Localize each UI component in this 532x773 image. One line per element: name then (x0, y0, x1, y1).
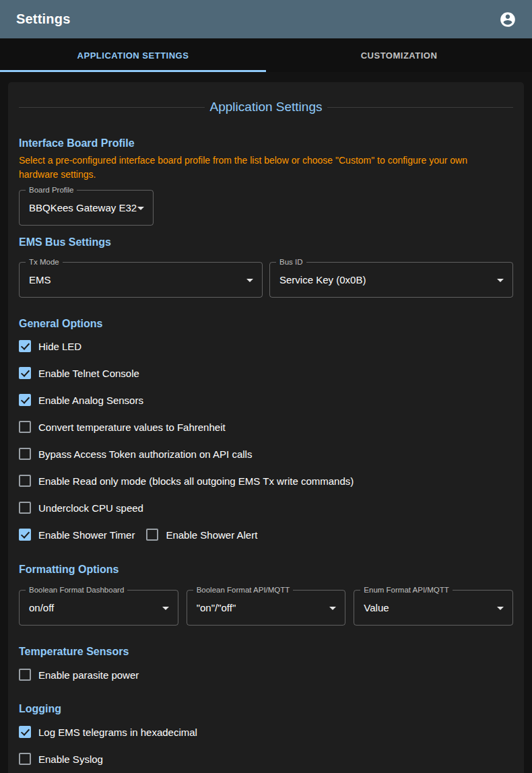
board-profile-field: Board Profile BBQKees Gateway E32 (19, 190, 513, 226)
section-logging-title: Logging (19, 702, 513, 716)
checkbox-label: Enable Shower Alert (166, 529, 257, 541)
logging-options-list: Log EMS telegrams in hexadecimal Enable … (19, 718, 513, 772)
account-button[interactable] (494, 6, 521, 33)
tx-mode-select-label: Tx Mode (26, 257, 63, 267)
shower-options-row: Enable Shower Timer Enable Shower Alert (19, 521, 513, 548)
chevron-down-icon (497, 607, 504, 610)
app-bar-title: Settings (16, 11, 71, 27)
tx-mode-select[interactable]: Tx Mode EMS (19, 262, 263, 298)
checkbox-label: Enable Shower Timer (38, 529, 135, 541)
boolean-format-api-value: "on"/"off" (187, 591, 345, 625)
checkbox-box (19, 753, 31, 765)
section-formatting-title: Formatting Options (19, 562, 513, 577)
checkbox-label: Convert temperature values to Fahrenheit (38, 422, 226, 433)
tab-application-settings[interactable]: APPLICATION SETTINGS (0, 38, 266, 72)
checkbox-box (19, 367, 31, 379)
checkbox-enable-analog-sensors[interactable]: Enable Analog Sensors (19, 386, 513, 413)
checkbox-label: Enable Read only mode (blocks all outgoi… (38, 475, 354, 487)
enum-format-api-label: Enum Format API/MQTT (360, 585, 453, 595)
checkbox-label: Enable parasite power (38, 669, 139, 681)
chevron-down-icon (497, 279, 504, 282)
app-bar: Settings (0, 0, 532, 38)
tx-mode-select-value: EMS (20, 263, 262, 297)
general-options-list: Hide LED Enable Telnet Console Enable An… (19, 333, 513, 548)
divider-line (19, 107, 205, 108)
tab-bar: APPLICATION SETTINGS CUSTOMIZATION (0, 38, 532, 72)
settings-card: Application Settings Interface Board Pro… (8, 82, 524, 773)
divider-line (327, 107, 513, 108)
checkbox-box (19, 502, 31, 514)
checkbox-label: Bypass Access Token authorization on API… (38, 448, 252, 460)
board-profile-select-label: Board Profile (26, 185, 77, 195)
checkbox-label: Enable Analog Sensors (38, 395, 143, 406)
checkbox-box (19, 448, 31, 460)
tab-application-settings-label: APPLICATION SETTINGS (77, 51, 189, 61)
checkbox-read-only-mode[interactable]: Enable Read only mode (blocks all outgoi… (19, 467, 513, 494)
checkbox-enable-shower-alert[interactable]: Enable Shower Alert (146, 529, 257, 541)
checkbox-bypass-access-token[interactable]: Bypass Access Token authorization on API… (19, 440, 513, 467)
card-heading: Application Settings (19, 98, 513, 116)
checkbox-convert-fahrenheit[interactable]: Convert temperature values to Fahrenheit (19, 413, 513, 440)
board-profile-select[interactable]: Board Profile BBQKees Gateway E32 (19, 190, 154, 226)
card-heading-text: Application Settings (210, 98, 323, 116)
bus-id-select[interactable]: Bus ID Service Key (0x0B) (269, 262, 513, 298)
checkbox-box (19, 475, 31, 487)
interface-board-description: Select a pre-configured interface board … (19, 154, 498, 182)
section-interface-board-title: Interface Board Profile (19, 136, 513, 151)
enum-format-api-value: Value (354, 591, 512, 625)
checkbox-enable-shower-timer[interactable]: Enable Shower Timer (19, 529, 135, 541)
checkbox-box (19, 726, 31, 738)
boolean-format-api-select[interactable]: Boolean Format API/MQTT "on"/"off" (187, 590, 346, 626)
section-general-title: General Options (19, 316, 513, 331)
checkbox-box (146, 529, 158, 541)
checkbox-box (19, 669, 31, 681)
tab-customization[interactable]: CUSTOMIZATION (266, 38, 532, 72)
boolean-format-api-label: Boolean Format API/MQTT (193, 585, 294, 595)
chevron-down-icon (246, 279, 253, 282)
checkbox-label: Log EMS telegrams in hexadecimal (38, 727, 197, 738)
checkbox-hide-led[interactable]: Hide LED (19, 333, 513, 360)
formatting-selects-row: Boolean Format Dashboard on/off Boolean … (19, 590, 513, 626)
checkbox-label: Enable Syslog (38, 753, 103, 765)
checkbox-box (19, 340, 31, 352)
temperature-options-list: Enable parasite power (19, 661, 513, 688)
checkbox-label: Hide LED (38, 341, 81, 352)
checkbox-enable-syslog[interactable]: Enable Syslog (19, 745, 513, 772)
board-profile-select-value: BBQKees Gateway E32 (20, 191, 153, 225)
section-ems-bus-title: EMS Bus Settings (19, 235, 513, 250)
checkbox-box (19, 421, 31, 433)
checkbox-label: Enable Telnet Console (38, 368, 139, 379)
ems-bus-selects-row: Tx Mode EMS Bus ID Service Key (0x0B) (19, 262, 513, 298)
checkbox-box (19, 394, 31, 406)
checkbox-enable-telnet-console[interactable]: Enable Telnet Console (19, 360, 513, 386)
boolean-format-dashboard-value: on/off (20, 591, 178, 625)
checkbox-label: Underclock CPU speed (38, 502, 143, 514)
checkbox-box (19, 529, 31, 541)
chevron-down-icon (329, 607, 336, 610)
chevron-down-icon (162, 607, 169, 610)
checkbox-enable-parasite-power[interactable]: Enable parasite power (19, 661, 513, 688)
active-tab-indicator (0, 70, 266, 72)
account-circle-icon (499, 11, 517, 28)
boolean-format-dashboard-select[interactable]: Boolean Format Dashboard on/off (19, 590, 178, 626)
tab-customization-label: CUSTOMIZATION (361, 51, 438, 61)
bus-id-select-value: Service Key (0x0B) (270, 263, 512, 297)
checkbox-log-ems-hex[interactable]: Log EMS telegrams in hexadecimal (19, 718, 513, 745)
chevron-down-icon (137, 207, 144, 210)
section-temperature-title: Temperature Sensors (19, 644, 513, 659)
boolean-format-dashboard-label: Boolean Format Dashboard (26, 585, 127, 595)
checkbox-underclock-cpu[interactable]: Underclock CPU speed (19, 494, 513, 521)
bus-id-select-label: Bus ID (276, 257, 306, 267)
enum-format-api-select[interactable]: Enum Format API/MQTT Value (354, 590, 513, 626)
